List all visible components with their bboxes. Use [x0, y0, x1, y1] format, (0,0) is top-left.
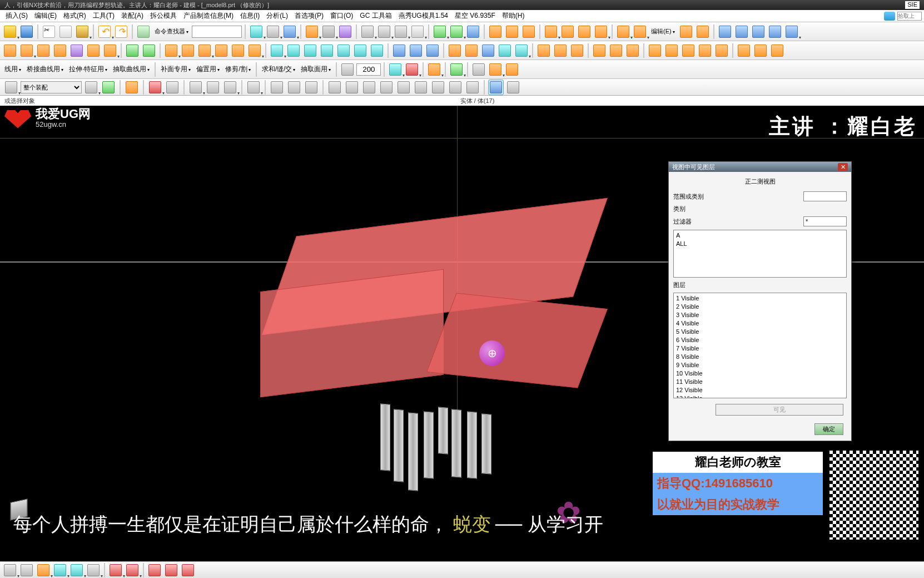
t2-35[interactable] [608, 43, 624, 58]
cloud-icon[interactable] [884, 12, 895, 21]
command-finder-input[interactable] [192, 26, 242, 38]
layer-btn-3[interactable] [577, 24, 592, 39]
list-item[interactable]: 1 Visible [676, 294, 844, 303]
wcs-btn-4[interactable] [767, 24, 783, 39]
layer-btn-2[interactable] [560, 24, 575, 39]
t2-41[interactable] [714, 43, 729, 58]
wcs-btn-2[interactable] [734, 24, 749, 39]
style-btn-1[interactable] [360, 24, 375, 39]
filter-btn-10[interactable] [246, 80, 261, 95]
list-item[interactable]: 2 Visible [676, 303, 844, 311]
snap-btn-5[interactable] [344, 80, 360, 95]
menu-mold[interactable]: 拆公模具 [147, 10, 180, 22]
menu-yanxiu[interactable]: 燕秀UG模具1.54 [395, 10, 451, 22]
redo-button[interactable]: ↷ [113, 24, 129, 39]
list-item[interactable]: 5 Visible [676, 328, 844, 336]
t2-38[interactable] [664, 43, 679, 58]
snap-btn-2[interactable] [286, 80, 302, 95]
r3-2[interactable]: 桥接曲线用 [24, 65, 66, 74]
t2-11[interactable] [180, 43, 196, 58]
t2-39[interactable] [680, 43, 696, 58]
t2-40[interactable] [697, 43, 713, 58]
t2-18[interactable] [302, 43, 318, 58]
t2-24[interactable] [408, 43, 424, 58]
t2-8[interactable] [125, 43, 140, 58]
r3-6[interactable]: 偏置用 [194, 65, 222, 74]
menu-window[interactable]: 窗口(O) [327, 10, 356, 22]
bb-9[interactable] [147, 562, 162, 578]
view-btn-3[interactable] [678, 24, 694, 39]
list-item[interactable]: 3 Visible [676, 311, 844, 319]
filter-btn-9[interactable] [222, 80, 238, 95]
layer-btn-1[interactable] [543, 24, 559, 39]
style-btn-4[interactable] [410, 24, 425, 39]
snap-btn-12[interactable] [465, 80, 480, 95]
t2-9[interactable] [141, 43, 157, 58]
range-input[interactable] [803, 191, 847, 201]
t2-31[interactable] [536, 43, 552, 58]
command-finder-label[interactable]: 命令查找器 [152, 27, 191, 36]
copy-button[interactable] [58, 24, 73, 39]
t2-16[interactable] [269, 43, 285, 58]
t2-15[interactable] [247, 43, 262, 58]
snap-btn-1[interactable] [269, 80, 285, 95]
wcs-btn-1[interactable] [717, 24, 733, 39]
t2-20[interactable] [336, 43, 351, 58]
assy-btn-1[interactable] [432, 24, 448, 39]
filter-btn-3[interactable] [101, 80, 116, 95]
menu-preferences[interactable]: 首选项(P) [291, 10, 327, 22]
list-item[interactable]: 8 Visible [676, 353, 844, 361]
list-item[interactable]: 13 Visible [676, 394, 844, 398]
list-item[interactable]: 12 Visible [676, 386, 844, 394]
t2-34[interactable] [592, 43, 607, 58]
t2-44[interactable] [769, 43, 785, 58]
edit-dropdown[interactable]: 编辑(E) [649, 27, 677, 36]
t2-19[interactable] [319, 43, 335, 58]
t2-5[interactable] [69, 43, 85, 58]
t2-3[interactable] [36, 43, 51, 58]
bb-2[interactable] [19, 562, 34, 578]
t2-2[interactable] [19, 43, 34, 58]
paste-button[interactable] [74, 24, 90, 39]
assy-btn-2[interactable] [449, 24, 464, 39]
t2-1[interactable] [2, 43, 18, 58]
t2-12[interactable] [197, 43, 212, 58]
snap-btn-9[interactable] [413, 80, 429, 95]
bb-1[interactable] [2, 562, 18, 578]
filter-btn-4[interactable] [124, 80, 140, 95]
menu-help[interactable]: 帮助(H) [499, 10, 528, 22]
snap-btn-10[interactable] [430, 80, 446, 95]
t2-22[interactable] [369, 43, 385, 58]
r3-8[interactable]: 求和/缝/交 [260, 65, 298, 74]
t2-10[interactable] [163, 43, 179, 58]
t2-6[interactable] [86, 43, 101, 58]
dialog-close-button[interactable]: ✕ [838, 163, 848, 171]
t2-25[interactable] [425, 43, 440, 58]
wcs-btn-3[interactable] [751, 24, 766, 39]
r3-b1[interactable] [388, 62, 403, 77]
bb-3[interactable] [36, 562, 51, 578]
command-finder-button[interactable] [136, 24, 151, 39]
menu-analysis[interactable]: 分析(L) [263, 10, 291, 22]
style-btn-3[interactable] [393, 24, 409, 39]
r3-5[interactable]: 补面专用 [158, 65, 193, 74]
filter-btn-6[interactable] [165, 80, 180, 95]
snap-btn-13[interactable] [488, 80, 504, 95]
menu-edit[interactable]: 编辑(E) [31, 10, 60, 22]
open-button[interactable] [2, 24, 18, 39]
t2-14[interactable] [230, 43, 246, 58]
t2-33[interactable] [569, 43, 585, 58]
r3-b7[interactable] [504, 62, 520, 77]
t2-21[interactable] [352, 43, 368, 58]
ok-button[interactable]: 确定 [814, 423, 843, 435]
layer-btn-4[interactable] [593, 24, 609, 39]
t2-36[interactable] [625, 43, 640, 58]
wcs-btn-5[interactable] [784, 24, 799, 39]
view-btn-1[interactable] [615, 24, 631, 39]
t2-17[interactable] [286, 43, 301, 58]
r3-b5[interactable] [471, 62, 486, 77]
r3-b2[interactable] [404, 62, 420, 77]
list-item[interactable]: 10 Visible [676, 369, 844, 378]
r3-3[interactable]: 拉伸·特征用 [67, 65, 110, 74]
menu-pmi[interactable]: 产品制造信息(M) [180, 10, 237, 22]
